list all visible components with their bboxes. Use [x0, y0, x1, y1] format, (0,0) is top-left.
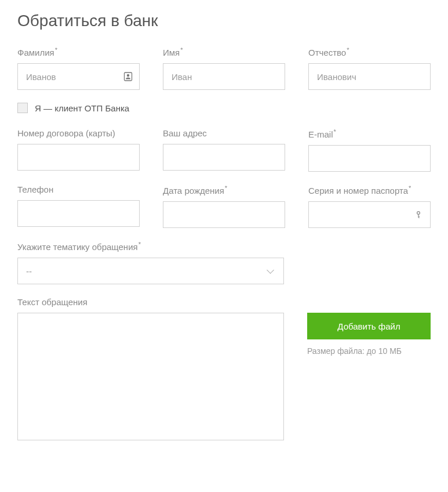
- email-label: E-mail*: [308, 128, 431, 139]
- name-row: Фамилия* Имя* Отчество*: [17, 46, 431, 90]
- address-label: Ваш адрес: [163, 128, 285, 138]
- patronymic-group: Отчество*: [308, 46, 431, 90]
- birthdate-input[interactable]: [163, 201, 285, 228]
- email-input[interactable]: [308, 145, 431, 172]
- client-checkbox-row: Я — клиент ОТП Банка: [17, 103, 431, 113]
- address-group: Ваш адрес: [163, 128, 285, 172]
- message-row: Добавить файл Размер файла: до 10 МБ: [17, 313, 431, 443]
- topic-selected-value: --: [26, 266, 32, 276]
- phone-label: Телефон: [17, 184, 140, 194]
- phone-input[interactable]: [17, 200, 140, 227]
- lastname-group: Фамилия*: [17, 46, 140, 90]
- lastname-label: Фамилия*: [17, 46, 140, 57]
- passport-group: Серия и номер паспорта*: [308, 184, 431, 228]
- lastname-input[interactable]: [17, 63, 140, 90]
- file-size-note: Размер файла: до 10 МБ: [307, 346, 431, 356]
- email-group: E-mail*: [308, 128, 431, 172]
- message-textarea[interactable]: [17, 313, 284, 440]
- contract-input[interactable]: [17, 144, 140, 171]
- passport-label: Серия и номер паспорта*: [308, 184, 431, 196]
- address-input[interactable]: [163, 144, 285, 171]
- message-label: Текст обращения: [17, 297, 431, 307]
- firstname-group: Имя*: [163, 46, 285, 90]
- file-upload-group: Добавить файл Размер файла: до 10 МБ: [307, 313, 431, 356]
- topic-select[interactable]: --: [17, 258, 284, 284]
- message-group: [17, 313, 284, 443]
- birthdate-label: Дата рождения*: [163, 184, 285, 196]
- topic-row: Укажите тематику обращения* --: [17, 241, 431, 284]
- client-checkbox[interactable]: [17, 103, 28, 113]
- client-checkbox-label: Я — клиент ОТП Банка: [35, 103, 129, 113]
- firstname-label: Имя*: [163, 46, 285, 57]
- patronymic-label: Отчество*: [308, 46, 431, 57]
- patronymic-input[interactable]: [308, 63, 431, 90]
- passport-input[interactable]: [308, 201, 431, 228]
- chevron-down-icon: [267, 266, 274, 274]
- topic-label: Укажите тематику обращения*: [17, 241, 284, 252]
- contract-group: Номер договора (карты): [17, 128, 140, 172]
- add-file-button[interactable]: Добавить файл: [307, 313, 431, 339]
- contact-row-1: Номер договора (карты) Ваш адрес E-mail*: [17, 128, 431, 172]
- birthdate-group: Дата рождения*: [163, 184, 285, 228]
- contract-label: Номер договора (карты): [17, 128, 140, 138]
- phone-group: Телефон: [17, 184, 140, 228]
- firstname-input[interactable]: [163, 63, 285, 90]
- contact-row-2: Телефон Дата рождения* Серия и номер пас…: [17, 184, 431, 228]
- page-title: Обратиться в банк: [17, 12, 431, 30]
- topic-group: Укажите тематику обращения* --: [17, 241, 284, 284]
- message-label-row: Текст обращения: [17, 297, 431, 307]
